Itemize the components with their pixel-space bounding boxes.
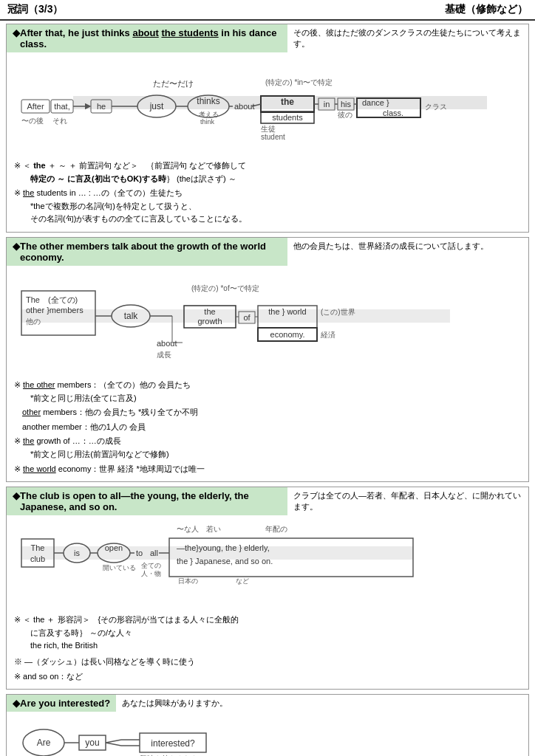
section-3-jp: クラブは全ての人—若者、年配者、日本人など、に開かれています。 [287,487,528,515]
svg-text:club: club [30,554,45,563]
svg-text:人・物: 人・物 [141,570,161,577]
diagram-1: ただ〜だけ After that, 〜の後 それ he just [14,55,531,151]
section-1: ◆ After that, he just thinks about the s… [6,24,529,233]
section-3: ◆ The club is open to all—the young, the… [6,487,529,690]
section-2-notes: ※ the other members：（全ての）他の 会員たち *前文と同じ用… [7,376,528,481]
svg-text:you: you [85,738,99,748]
svg-text:〜の後: 〜の後 [21,117,44,125]
section-4-jp: あなたは興味がありますか。 [116,695,528,712]
svg-text:経済: 経済 [320,331,335,339]
section-2-jp: 他の会員たちは、世界経済の成長について話します。 [287,238,528,266]
section-2-en-sentence: The other members talk about the growth … [20,241,282,263]
section-2: ◆ The other members talk about the growt… [6,237,529,482]
header-title-right: 基礎（修飾など） [445,3,528,16]
svg-text:(この)世界: (この)世界 [321,308,355,316]
svg-text:to: to [136,549,143,557]
header-title-left: 冠詞（3/3） [7,3,63,16]
svg-text:考える: 考える [199,111,219,118]
svg-text:成長: 成長 [157,351,171,359]
diamond-icon-1: ◆ [13,27,20,38]
svg-text:The　(全ての): The (全ての) [26,295,78,304]
svg-text:The: The [31,543,45,552]
svg-text:彼の: 彼の [338,111,352,119]
svg-text:student: student [261,133,285,141]
svg-text:growth: growth [197,317,222,326]
svg-text:about: about [157,339,177,348]
diamond-icon-3: ◆ [13,490,20,501]
section-1-jp: その後、彼はただ彼のダンスクラスの生徒たちについて考えます。 [287,24,528,52]
svg-text:(特定の) *in〜で特定: (特定の) *in〜で特定 [265,78,333,86]
diamond-icon-2: ◆ [13,241,20,252]
svg-text:After: After [27,102,44,111]
svg-text:class.: class. [383,109,403,117]
svg-text:other }members: other }members [26,306,84,315]
svg-text:他の: 他の [26,317,41,326]
diagram-3: The club is open 開いている to all 全ての 人・物 〜な… [14,518,531,607]
svg-text:the: the [281,97,294,107]
svg-text:など: など [236,577,249,585]
svg-text:ただ〜だけ: ただ〜だけ [153,79,194,89]
svg-text:economy.: economy. [270,330,305,339]
svg-line-101 [106,740,121,743]
svg-text:—the}young,  the } elderly,: —the}young, the } elderly, [177,543,270,552]
svg-text:talk: talk [124,311,139,321]
svg-text:日本の: 日本の [178,577,198,585]
svg-text:(特定の) *of〜で特定: (特定の) *of〜で特定 [191,284,259,292]
svg-text:is: is [74,549,80,557]
svg-text:the } world: the } world [268,307,306,316]
svg-text:about: about [234,102,255,111]
section-3-header: ◆ The club is open to all—the young, the… [7,487,287,515]
svg-text:all: all [150,549,158,557]
diagram-4: Are you interested? 興味を持たされた →興味がある [14,715,531,756]
section-3-notes: ※ ＜ the ＋ 形容詞＞ {その形容詞が当てはまる人々に全般的 に言及する時… [7,611,528,689]
svg-text:think: think [200,118,215,126]
page-header: 冠詞（3/3） 基礎（修飾など） [0,0,535,21]
svg-text:open: open [105,543,123,552]
svg-text:of: of [243,313,251,322]
diamond-icon-4: ◆ [13,698,20,709]
svg-text:thinks: thinks [197,96,219,106]
svg-text:students: students [272,113,303,122]
svg-text:〜な人　若い: 〜な人 若い [177,525,221,533]
section-1-header: ◆ After that, he just thinks about the s… [7,24,287,52]
svg-text:interested?: interested? [151,738,195,749]
section-4-en-sentence: Are you interested? [20,698,110,709]
section-1-notes: ※ ＜ the ＋ ～ ＋ 前置詞句 など＞ ｛前置詞句 などで修飾して 特定の… [7,157,528,232]
svg-text:just: just [149,101,164,111]
svg-text:the: the [204,307,215,316]
section-4-header: ◆ Are you interested? [7,695,116,712]
svg-text:全ての: 全ての [141,562,161,569]
section-4: ◆ Are you interested? あなたは興味がありますか。 Are … [6,694,529,756]
svg-text:それ: それ [52,117,67,125]
svg-text:年配の: 年配の [265,525,287,533]
svg-text:生徒: 生徒 [261,125,276,133]
section-1-en-sentence: After that, he just thinks about the stu… [20,27,282,49]
note-1-2: ※ the students in … : …の（全ての）生徒たち *theで複… [14,187,521,226]
svg-line-102 [106,743,121,746]
svg-text:クラス: クラス [425,103,447,111]
svg-text:the } Japanese,  and so on.: the } Japanese, and so on. [177,557,273,566]
svg-text:dance }: dance } [362,98,389,107]
svg-text:開いている: 開いている [103,564,136,571]
section-3-en-sentence: The club is open to all—the young, the e… [20,490,282,512]
svg-text:that,: that, [54,102,69,111]
diagram-2: The (全ての) other }members 他の talk about 成… [14,269,531,372]
svg-text:his: his [341,100,352,109]
svg-text:he: he [97,102,106,111]
svg-text:in: in [324,100,330,109]
note-1-1: ※ ＜ the ＋ ～ ＋ 前置詞句 など＞ ｛前置詞句 などで修飾して 特定の… [14,159,521,185]
section-2-header: ◆ The other members talk about the growt… [7,238,287,266]
svg-text:Are: Are [37,738,51,748]
